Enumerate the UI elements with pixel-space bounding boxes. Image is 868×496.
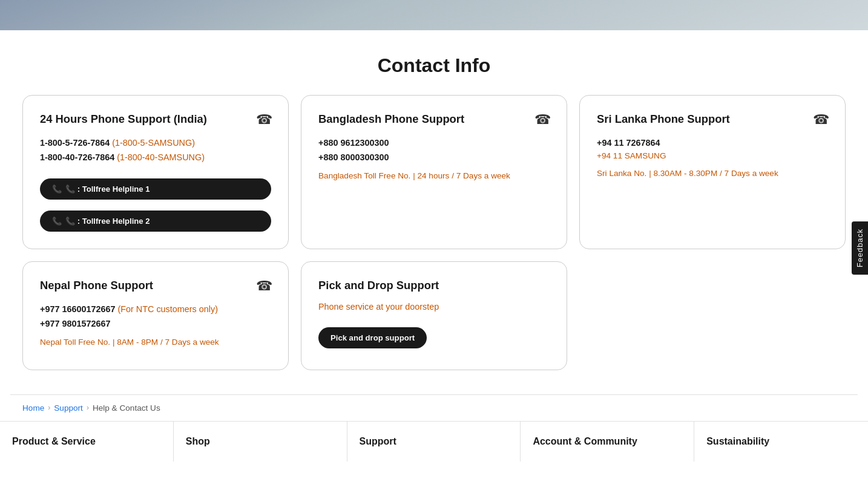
- srilanka-phone1: +94 11 7267864: [597, 135, 828, 150]
- card-india: 24 Hours Phone Support (India) ☎ 1-800-5…: [22, 95, 289, 249]
- tollfree2-label: 📞 : Tollfree Helpline 2: [65, 217, 150, 226]
- card-india-title: 24 Hours Phone Support (India): [40, 113, 271, 126]
- pickdrop-desc: Phone service at your doorstep: [318, 302, 550, 312]
- card-pickdrop: Pick and Drop Support Phone service at y…: [301, 261, 567, 370]
- footer-sustainability-title: Sustainability: [706, 436, 769, 446]
- phone-emoji2: 📞: [52, 217, 62, 226]
- breadcrumb-support[interactable]: Support: [54, 403, 83, 413]
- phone-emoji1: 📞: [52, 184, 62, 194]
- card-bangladesh-title: Bangladesh Phone Support: [318, 113, 550, 126]
- breadcrumb-sep2: ›: [87, 403, 89, 412]
- card-srilanka: Sri Lanka Phone Support ☎ +94 11 7267864…: [579, 95, 846, 249]
- nepal-phone1-suffix: (For NTC customers only): [117, 304, 218, 314]
- india-phone1-alt: (1-800-5-SAMSUNG): [112, 138, 195, 148]
- srilanka-info: Sri Lanka No. | 8.30AM - 8.30PM / 7 Days…: [597, 168, 828, 180]
- india-phone-numbers: 1-800-5-726-7864 (1-800-5-SAMSUNG) 1-800…: [40, 135, 271, 165]
- phone-icon-nepal: ☎: [256, 278, 272, 294]
- nepal-phone1: +977 16600172667 (For NTC customers only…: [40, 302, 271, 316]
- breadcrumb-current: Help & Contact Us: [93, 403, 160, 413]
- pickdrop-btn-label: Pick and drop support: [330, 333, 415, 342]
- footer-account-title: Account & Community: [533, 436, 637, 446]
- card-pickdrop-title: Pick and Drop Support: [318, 279, 550, 292]
- page-title: Contact Info: [0, 30, 868, 95]
- india-buttons: 📞 📞 : Tollfree Helpline 1 📞 📞 : Tollfree…: [40, 172, 271, 232]
- footer-nav: Product & Service Shop Support Account &…: [0, 421, 868, 462]
- phone-icon-india: ☎: [256, 111, 272, 128]
- bangladesh-phone1: +880 9612300300: [318, 135, 550, 150]
- breadcrumb-sep1: ›: [48, 403, 50, 412]
- breadcrumb: Home › Support › Help & Contact Us: [22, 403, 846, 413]
- breadcrumb-home[interactable]: Home: [22, 403, 44, 413]
- footer-col-support: Support: [347, 422, 521, 462]
- tollfree-helpline1-button[interactable]: 📞 📞 : Tollfree Helpline 1: [40, 178, 271, 200]
- bangladesh-phone2: +880 8000300300: [318, 150, 550, 165]
- nepal-phone1-main: +977 16600172667: [40, 304, 115, 314]
- cards-row-2: Nepal Phone Support ☎ +977 16600172667 (…: [22, 261, 846, 370]
- pick-and-drop-button[interactable]: Pick and drop support: [318, 327, 427, 348]
- card-nepal-title: Nepal Phone Support: [40, 279, 271, 292]
- footer-product-title: Product & Service: [12, 436, 96, 446]
- tollfree-helpline2-button[interactable]: 📞 📞 : Tollfree Helpline 2: [40, 210, 271, 232]
- footer-shop-title: Shop: [186, 436, 210, 446]
- bangladesh-info: Bangladesh Toll Free No. | 24 hours / 7 …: [318, 170, 550, 182]
- footer-support-title: Support: [360, 436, 396, 446]
- card-bangladesh: Bangladesh Phone Support ☎ +880 96123003…: [301, 95, 567, 249]
- footer-col-product: Product & Service: [0, 422, 174, 462]
- phone-icon-bangladesh: ☎: [534, 111, 551, 128]
- footer-col-sustainability: Sustainability: [694, 422, 868, 462]
- feedback-tab[interactable]: Feedback: [852, 221, 868, 275]
- card-nepal: Nepal Phone Support ☎ +977 16600172667 (…: [22, 261, 289, 370]
- hero-image: [0, 0, 868, 30]
- india-phone2-alt: (1-800-40-SAMSUNG): [117, 152, 205, 162]
- nepal-phone2: +977 9801572667: [40, 316, 271, 331]
- india-phone2: 1-800-40-726-7864: [40, 152, 114, 162]
- india-phone1: 1-800-5-726-7864: [40, 138, 110, 148]
- footer-col-account: Account & Community: [521, 422, 694, 462]
- card-empty: [579, 261, 846, 370]
- tollfree1-label: 📞 : Tollfree Helpline 1: [65, 184, 150, 194]
- cards-section: 24 Hours Phone Support (India) ☎ 1-800-5…: [10, 95, 858, 394]
- card-srilanka-title: Sri Lanka Phone Support: [597, 113, 828, 126]
- feedback-label: Feedback: [855, 229, 864, 267]
- phone-icon-srilanka: ☎: [813, 111, 829, 128]
- footer-col-shop: Shop: [174, 422, 347, 462]
- cards-row-1: 24 Hours Phone Support (India) ☎ 1-800-5…: [22, 95, 846, 249]
- srilanka-phone2-orange: +94 11 SAMSUNG: [597, 150, 828, 162]
- nepal-info: Nepal Toll Free No. | 8AM - 8PM / 7 Days…: [40, 336, 271, 348]
- breadcrumb-section: Home › Support › Help & Contact Us: [10, 394, 858, 421]
